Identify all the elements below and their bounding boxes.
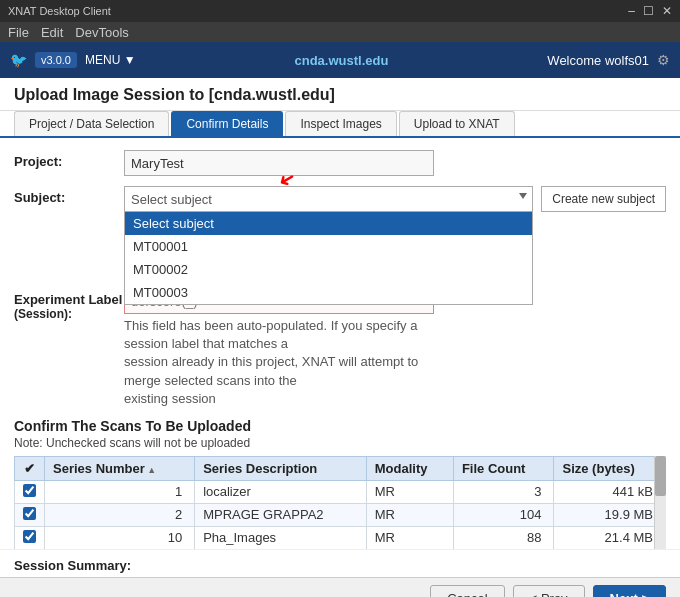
- col-check[interactable]: ✔: [15, 456, 45, 480]
- scans-table-wrapper: ✔ Series Number Series Description Modal…: [14, 456, 666, 549]
- subject-dropdown-list: Select subject MT00001 MT00002 MT00003: [124, 212, 533, 305]
- dropdown-item-select[interactable]: Select subject: [125, 212, 532, 235]
- tab-inspect-images[interactable]: Inspect Images: [285, 111, 396, 136]
- session-summary-label: Session Summary:: [14, 558, 131, 573]
- page-title: Upload Image Session to [cnda.wustl.edu]: [0, 78, 680, 111]
- scans-table: ✔ Series Number Series Description Modal…: [14, 456, 666, 549]
- row-checkbox-cell[interactable]: [15, 480, 45, 503]
- row-modality: MR: [366, 526, 453, 549]
- gear-icon[interactable]: ⚙: [657, 52, 670, 68]
- tab-upload-to-xnat[interactable]: Upload to XNAT: [399, 111, 515, 136]
- row-checkbox[interactable]: [23, 507, 36, 520]
- col-size: Size (bytes): [554, 456, 666, 480]
- tab-project-data-selection[interactable]: Project / Data Selection: [14, 111, 169, 136]
- version-badge: v3.0.0: [35, 52, 77, 68]
- experiment-row: Experiment Label (Session): This field h…: [14, 288, 666, 408]
- row-file-count: 3: [453, 480, 554, 503]
- scans-title: Confirm The Scans To Be Uploaded: [14, 418, 666, 434]
- col-series-number[interactable]: Series Number: [45, 456, 195, 480]
- row-modality: MR: [366, 503, 453, 526]
- project-input[interactable]: [124, 150, 434, 176]
- session-summary-bar: Session Summary:: [0, 549, 680, 577]
- row-description: MPRAGE GRAPPA2: [195, 503, 367, 526]
- subject-select[interactable]: Select subject MT00001 MT00002 MT00003: [124, 186, 533, 212]
- create-subject-button[interactable]: Create new subject: [541, 186, 666, 212]
- header-server: cnda.wustl.edu: [136, 53, 548, 68]
- dropdown-item-mt00003[interactable]: MT00003: [125, 281, 532, 304]
- row-modality: MR: [366, 480, 453, 503]
- row-description: localizer: [195, 480, 367, 503]
- subject-label: Subject:: [14, 186, 124, 205]
- row-size: 21.4 MB: [554, 526, 666, 549]
- row-checkbox[interactable]: [23, 530, 36, 543]
- row-file-count: 88: [453, 526, 554, 549]
- tab-confirm-details[interactable]: Confirm Details: [171, 111, 283, 136]
- title-bar: XNAT Desktop Client – ☐ ✕: [0, 0, 680, 22]
- welcome-text: Welcome wolfs01: [547, 53, 649, 68]
- experiment-label: Experiment Label (Session):: [14, 288, 124, 321]
- row-size: 19.9 MB: [554, 503, 666, 526]
- cancel-button[interactable]: Cancel: [430, 585, 504, 598]
- project-label: Project:: [14, 150, 124, 169]
- prev-button[interactable]: < Prev: [513, 585, 585, 598]
- auto-populated-note: This field has been auto-populated. If y…: [124, 317, 434, 408]
- dropdown-item-mt00001[interactable]: MT00001: [125, 235, 532, 258]
- project-row: Project:: [14, 150, 666, 176]
- experiment-input-wrapper: This field has been auto-populated. If y…: [124, 288, 434, 408]
- col-file-count: File Count: [453, 456, 554, 480]
- subject-controls: Select subject MT00001 MT00002 MT00003 S…: [124, 186, 666, 212]
- app-title: XNAT Desktop Client: [8, 5, 628, 17]
- row-file-count: 104: [453, 503, 554, 526]
- menu-bar: File Edit DevTools: [0, 22, 680, 42]
- minimize-button[interactable]: –: [628, 4, 635, 18]
- next-button[interactable]: Next >: [593, 585, 666, 598]
- footer: Cancel < Prev Next >: [0, 577, 680, 597]
- close-button[interactable]: ✕: [662, 4, 672, 18]
- subject-select-wrapper: Select subject MT00001 MT00002 MT00003 S…: [124, 186, 533, 212]
- menu-dropdown[interactable]: MENU ▼: [85, 53, 136, 67]
- dropdown-item-mt00002[interactable]: MT00002: [125, 258, 532, 281]
- row-description: Pha_Images: [195, 526, 367, 549]
- menu-file[interactable]: File: [8, 25, 29, 40]
- scrollbar-thumb[interactable]: [655, 456, 666, 496]
- main-content: Project: Subject: Select subject MT00001…: [0, 138, 680, 549]
- row-checkbox-cell[interactable]: [15, 503, 45, 526]
- table-row: 2 MPRAGE GRAPPA2 MR 104 19.9 MB: [15, 503, 666, 526]
- row-size: 441 kB: [554, 480, 666, 503]
- header-right: Welcome wolfs01 ⚙: [547, 52, 670, 68]
- col-modality: Modality: [366, 456, 453, 480]
- scans-section: Confirm The Scans To Be Uploaded Note: U…: [14, 418, 666, 549]
- table-row: 1 localizer MR 3 441 kB: [15, 480, 666, 503]
- tab-bar: Project / Data Selection Confirm Details…: [0, 111, 680, 138]
- maximize-button[interactable]: ☐: [643, 4, 654, 18]
- header-left: 🐦 v3.0.0 MENU ▼: [10, 52, 136, 68]
- subject-row: Subject: Select subject MT00001 MT00002 …: [14, 186, 666, 212]
- row-series-number: 1: [45, 480, 195, 503]
- row-series-number: 2: [45, 503, 195, 526]
- menu-edit[interactable]: Edit: [41, 25, 63, 40]
- window-controls[interactable]: – ☐ ✕: [628, 4, 672, 18]
- scans-note: Note: Unchecked scans will not be upload…: [14, 436, 666, 450]
- row-checkbox-cell[interactable]: [15, 526, 45, 549]
- app-header: 🐦 v3.0.0 MENU ▼ cnda.wustl.edu Welcome w…: [0, 42, 680, 78]
- xnat-logo: 🐦: [10, 52, 27, 68]
- menu-devtools[interactable]: DevTools: [75, 25, 128, 40]
- table-row: 10 Pha_Images MR 88 21.4 MB: [15, 526, 666, 549]
- col-series-description: Series Description: [195, 456, 367, 480]
- row-checkbox[interactable]: [23, 484, 36, 497]
- row-series-number: 10: [45, 526, 195, 549]
- scrollbar[interactable]: [654, 456, 666, 549]
